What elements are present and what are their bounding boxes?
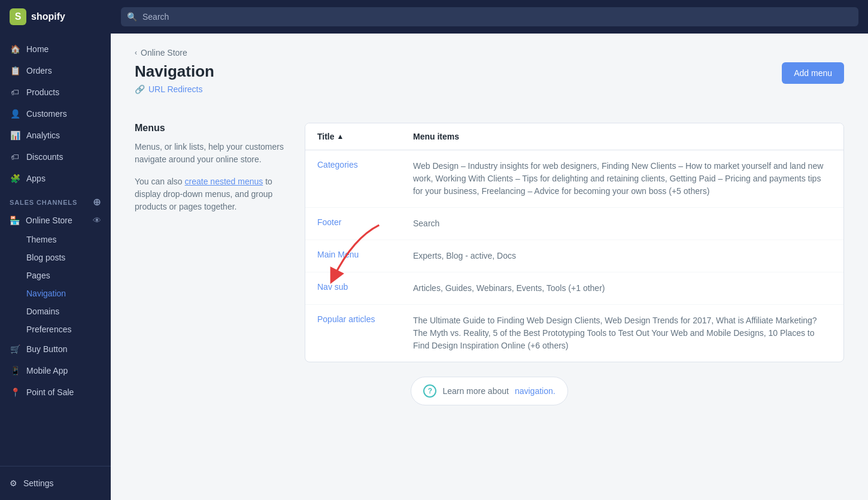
- logo[interactable]: S shopify: [10, 8, 111, 25]
- buy-button-icon: 🛒: [10, 344, 20, 354]
- pages-label: Pages: [26, 271, 50, 280]
- row-title-main-menu[interactable]: Main Menu: [317, 250, 413, 259]
- learn-more-text: Learn more about: [442, 386, 509, 396]
- navigation-label: Navigation: [26, 289, 66, 298]
- home-icon: 🏠: [10, 44, 20, 54]
- discounts-icon: 🏷: [10, 151, 20, 162]
- sidebar-label-discounts: Discounts: [26, 152, 63, 162]
- table-row: Popular articles The Ultimate Guide to F…: [305, 305, 843, 362]
- menus-description-2: You can also create nested menus to disp…: [135, 175, 290, 213]
- point-of-sale-icon: 📍: [10, 387, 20, 398]
- domains-label: Domains: [26, 307, 59, 316]
- breadcrumb-chevron: ‹: [135, 49, 137, 57]
- question-icon: ?: [423, 384, 436, 398]
- sidebar-label-products: Products: [26, 87, 59, 97]
- row-items-nav-sub: Articles, Guides, Webinars, Events, Tool…: [413, 282, 831, 295]
- sidebar-sub-navigation[interactable]: Navigation: [0, 284, 111, 302]
- sidebar-item-products[interactable]: 🏷 Products: [0, 81, 111, 103]
- menus-title: Menus: [135, 123, 290, 134]
- sidebar-item-customers[interactable]: 👤 Customers: [0, 103, 111, 125]
- sidebar-label-apps: Apps: [26, 174, 45, 183]
- menus-desc-text1: You can also: [135, 177, 183, 186]
- sort-arrow: ▲: [337, 132, 344, 141]
- sidebar-item-discounts[interactable]: 🏷 Discounts: [0, 146, 111, 168]
- sidebar-label-orders: Orders: [26, 66, 52, 75]
- sidebar-sub-blog-posts[interactable]: Blog posts: [0, 249, 111, 266]
- sidebar-item-mobile-app[interactable]: 📱 Mobile App: [0, 360, 111, 381]
- sidebar-item-online-store[interactable]: 🏪 Online Store 👁: [0, 210, 111, 231]
- orders-icon: 📋: [10, 65, 20, 76]
- online-store-left: 🏪 Online Store: [10, 216, 72, 225]
- settings-label: Settings: [23, 478, 54, 488]
- table-row: Categories Web Design – Industry insight…: [305, 150, 843, 208]
- sidebar-item-analytics[interactable]: 📊 Analytics: [0, 125, 111, 146]
- sidebar-footer: ⚙ Settings: [0, 466, 111, 500]
- sidebar-sub-preferences[interactable]: Preferences: [0, 320, 111, 338]
- shopify-logo-icon: S: [10, 8, 26, 25]
- analytics-icon: 📊: [10, 130, 20, 141]
- online-store-label: Online Store: [26, 216, 72, 225]
- customers-icon: 👤: [10, 108, 20, 119]
- channels-section-label: SALES CHANNELS ⊕: [0, 189, 111, 210]
- online-store-icon: 🏪: [10, 216, 20, 225]
- channels-label-text: SALES CHANNELS: [10, 199, 77, 206]
- row-title-nav-sub[interactable]: Nav sub: [317, 282, 413, 292]
- topbar: S shopify 🔍: [0, 0, 868, 34]
- settings-icon: ⚙: [10, 478, 17, 488]
- col-menu-items: Menu items: [413, 132, 831, 141]
- sidebar-item-buy-button[interactable]: 🛒 Buy Button: [0, 338, 111, 360]
- blog-posts-label: Blog posts: [26, 253, 65, 262]
- mobile-app-label: Mobile App: [26, 366, 68, 375]
- page-title: Navigation: [135, 62, 214, 81]
- create-nested-menus-link[interactable]: create nested menus: [185, 177, 263, 186]
- sidebar-item-settings[interactable]: ⚙ Settings: [10, 474, 101, 493]
- search-wrapper: 🔍: [121, 7, 858, 26]
- buy-button-label: Buy Button: [26, 344, 68, 354]
- row-title-popular-articles[interactable]: Popular articles: [317, 314, 413, 324]
- sidebar-label-customers: Customers: [26, 109, 67, 119]
- logo-text: shopify: [31, 11, 65, 22]
- add-channel-button[interactable]: ⊕: [93, 196, 101, 208]
- layout: 🏠 Home 📋 Orders 🏷 Products 👤 Customers 📊…: [0, 34, 868, 500]
- main-content: ‹ Online Store Navigation 🔗 URL Redirect…: [111, 34, 868, 500]
- breadcrumb[interactable]: ‹ Online Store: [135, 48, 844, 57]
- preferences-label: Preferences: [26, 325, 71, 334]
- row-title-categories[interactable]: Categories: [317, 160, 413, 169]
- table-header: Title ▲ Menu items: [305, 123, 843, 150]
- page-header-left: Navigation 🔗 URL Redirects: [135, 62, 214, 108]
- row-title-footer[interactable]: Footer: [317, 217, 413, 227]
- sidebar-item-orders[interactable]: 📋 Orders: [0, 60, 111, 81]
- apps-icon: 🧩: [10, 173, 20, 184]
- table-row: Main Menu Experts, Blog - active, Docs: [305, 240, 843, 272]
- sidebar-item-home[interactable]: 🏠 Home: [0, 38, 111, 60]
- add-menu-button[interactable]: Add menu: [782, 62, 844, 84]
- row-items-main-menu: Experts, Blog - active, Docs: [413, 250, 831, 262]
- products-icon: 🏷: [10, 87, 20, 98]
- row-items-footer: Search: [413, 217, 831, 230]
- table-row: Footer Search: [305, 208, 843, 240]
- themes-label: Themes: [26, 235, 57, 244]
- learn-more-bar: ? Learn more about navigation.: [411, 377, 567, 405]
- sidebar-nav: 🏠 Home 📋 Orders 🏷 Products 👤 Customers 📊…: [0, 34, 111, 466]
- navigation-link[interactable]: navigation.: [515, 386, 556, 396]
- page-header-row: Navigation 🔗 URL Redirects Add menu: [135, 62, 844, 108]
- row-items-categories: Web Design – Industry insights for web d…: [413, 160, 831, 198]
- sidebar-item-point-of-sale[interactable]: 📍 Point of Sale: [0, 381, 111, 403]
- col-title: Title ▲: [317, 132, 413, 141]
- url-redirects-link[interactable]: 🔗 URL Redirects: [135, 84, 214, 94]
- content-grid: Menus Menus, or link lists, help your cu…: [135, 123, 844, 362]
- sidebar: 🏠 Home 📋 Orders 🏷 Products 👤 Customers 📊…: [0, 34, 111, 500]
- search-input[interactable]: [121, 7, 858, 26]
- menus-table: Title ▲ Menu items Categories Web Design…: [305, 123, 844, 362]
- sidebar-sub-themes[interactable]: Themes: [0, 231, 111, 249]
- sidebar-item-apps[interactable]: 🧩 Apps: [0, 168, 111, 189]
- sidebar-sub-domains[interactable]: Domains: [0, 302, 111, 320]
- sidebar-label-analytics: Analytics: [26, 131, 60, 140]
- breadcrumb-text: Online Store: [141, 48, 187, 57]
- mobile-app-icon: 📱: [10, 365, 20, 376]
- sidebar-sub-pages[interactable]: Pages: [0, 266, 111, 284]
- table-row: Nav sub Articles, Guides, Webinars, Even…: [305, 272, 843, 305]
- link-icon: 🔗: [135, 84, 145, 94]
- eye-icon[interactable]: 👁: [93, 216, 101, 225]
- left-panel: Menus Menus, or link lists, help your cu…: [135, 123, 290, 362]
